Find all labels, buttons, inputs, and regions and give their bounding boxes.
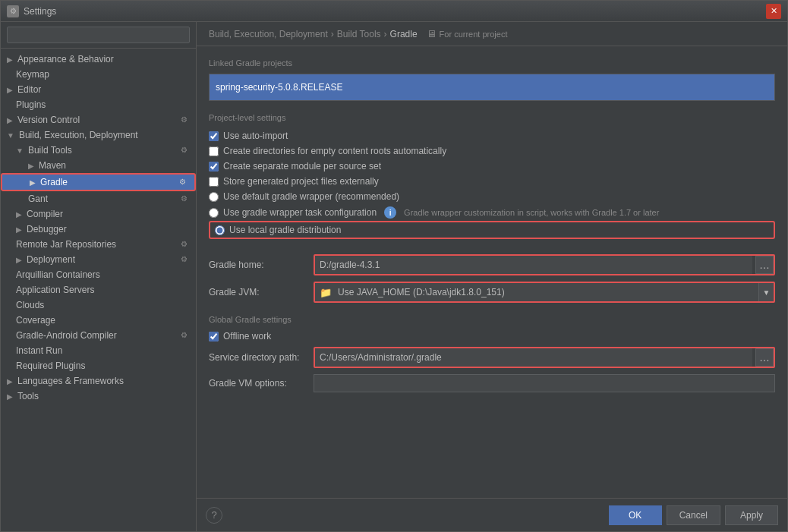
sidebar-item-maven[interactable]: ▶ Maven — [1, 158, 196, 173]
sidebar-item-clouds[interactable]: Clouds — [1, 297, 196, 313]
sidebar-item-instant-run[interactable]: Instant Run — [1, 343, 196, 358]
vm-options-label: Gradle VM options: — [209, 378, 307, 389]
breadcrumb: Build, Execution, Deployment › Build Too… — [197, 22, 787, 46]
settings-icon: ⚙ — [181, 255, 190, 264]
breadcrumb-sep2: › — [384, 29, 387, 39]
jvm-select-display[interactable]: 📁 Use JAVA_HOME (D:\Java\jdk1.8.0_151) — [315, 283, 758, 301]
local-gradle-label: Use local gradle distribution — [229, 225, 341, 235]
help-button[interactable]: ? — [206, 507, 222, 524]
wrapper-task-radio[interactable] — [209, 208, 219, 218]
sidebar-item-label: Gradle — [40, 177, 68, 187]
local-gradle-radio[interactable] — [215, 225, 225, 235]
expand-arrow: ▶ — [16, 256, 22, 264]
gradle-home-browse-button[interactable]: … — [755, 256, 774, 274]
settings-icon: ⚙ — [179, 178, 188, 187]
default-wrapper-radio[interactable] — [209, 192, 219, 202]
search-input[interactable] — [7, 27, 190, 43]
sidebar-item-required-plugins[interactable]: Required Plugins — [1, 358, 196, 373]
auto-import-row: Use auto-import — [209, 128, 775, 143]
create-dirs-row: Create directories for empty content roo… — [209, 143, 775, 159]
linked-project-item[interactable]: spring-security-5.0.8.RELEASE — [210, 74, 774, 100]
sidebar: ▶ Appearance & Behavior Keymap ▶ Editor … — [1, 22, 197, 531]
sidebar-item-gant[interactable]: Gant ⚙ — [1, 191, 196, 206]
gradle-home-input[interactable] — [315, 256, 752, 274]
apply-button[interactable]: Apply — [725, 505, 778, 525]
cancel-button[interactable]: Cancel — [667, 505, 720, 525]
wrapper-task-row: Use gradle wrapper task configuration i … — [209, 204, 775, 221]
vm-options-input[interactable] — [314, 374, 775, 392]
service-dir-input[interactable] — [315, 348, 752, 367]
expand-arrow: ▶ — [7, 55, 13, 64]
separate-module-row: Create separate module per source set — [209, 159, 775, 174]
action-buttons: OK Cancel Apply — [609, 505, 778, 525]
sidebar-item-gradle[interactable]: ▶ Gradle ⚙ — [1, 173, 196, 191]
sidebar-item-compiler[interactable]: ▶ Compiler — [1, 206, 196, 222]
title-bar: ⚙ Settings ✕ — [1, 1, 787, 22]
separate-module-checkbox[interactable] — [209, 162, 219, 172]
sidebar-item-app-servers[interactable]: Application Servers — [1, 282, 196, 297]
expand-arrow: ▶ — [7, 392, 13, 401]
settings-icon: ⚙ — [181, 331, 190, 340]
window-title: Settings — [24, 6, 766, 17]
service-dir-browse-button[interactable]: … — [755, 348, 774, 367]
expand-arrow: ▶ — [16, 210, 22, 219]
auto-import-checkbox[interactable] — [209, 131, 219, 141]
search-container — [1, 22, 196, 49]
sidebar-item-label: Languages & Frameworks — [17, 376, 124, 386]
sidebar-item-remote-jar[interactable]: Remote Jar Repositories ⚙ — [1, 237, 196, 252]
sidebar-item-version-control[interactable]: ▶ Version Control ⚙ — [1, 112, 196, 127]
sidebar-item-keymap[interactable]: Keymap — [1, 67, 196, 82]
gradle-home-label: Gradle home: — [209, 260, 307, 270]
main-panel: Build, Execution, Deployment › Build Too… — [197, 22, 787, 531]
vm-options-row: Gradle VM options: — [209, 371, 775, 395]
jvm-dropdown-arrow[interactable]: ▼ — [758, 283, 774, 301]
wrapper-task-label: Use gradle wrapper task configuration — [223, 207, 377, 218]
breadcrumb-suffix: For current project — [440, 30, 508, 39]
settings-icon: ⚙ — [181, 194, 190, 203]
sidebar-item-tools[interactable]: ▶ Tools — [1, 389, 196, 404]
ok-button[interactable]: OK — [609, 505, 662, 525]
breadcrumb-part1: Build, Execution, Deployment — [209, 29, 328, 39]
expand-arrow: ▼ — [16, 146, 24, 155]
store-generated-checkbox[interactable] — [209, 177, 219, 187]
jvm-value: Use JAVA_HOME (D:\Java\jdk1.8.0_151) — [338, 287, 505, 297]
global-settings-title: Global Gradle settings — [209, 315, 775, 324]
sidebar-item-label: Application Servers — [16, 285, 94, 295]
sidebar-item-label: Debugger — [27, 224, 67, 235]
expand-arrow: ▼ — [7, 131, 14, 140]
sidebar-item-label: Compiler — [27, 209, 63, 219]
settings-content: Linked Gradle projects spring-security-5… — [197, 46, 787, 498]
sidebar-item-gradle-android[interactable]: Gradle-Android Compiler ⚙ — [1, 328, 196, 343]
close-button[interactable]: ✕ — [766, 4, 781, 19]
project-settings-title: Project-level settings — [209, 113, 775, 122]
sidebar-item-build-tools[interactable]: ▼ Build Tools ⚙ — [1, 143, 196, 158]
settings-icon: ⚙ — [181, 240, 190, 249]
separate-module-label: Create separate module per source set — [223, 161, 381, 172]
project-marker-icon: 🖥 — [427, 28, 437, 39]
sidebar-item-deployment[interactable]: ▶ Deployment ⚙ — [1, 252, 196, 267]
service-dir-input-container: … — [314, 347, 775, 368]
sidebar-item-arquillian[interactable]: Arquillian Containers — [1, 267, 196, 282]
offline-work-label: Offline work — [223, 331, 271, 342]
vm-options-input-container — [314, 374, 775, 392]
sidebar-item-label: Plugins — [16, 99, 46, 110]
sidebar-item-debugger[interactable]: ▶ Debugger — [1, 222, 196, 237]
breadcrumb-part2: Build Tools — [337, 29, 381, 39]
wrapper-info-text: Gradle wrapper customization in script, … — [404, 208, 659, 217]
sidebar-item-label: Instant Run — [16, 345, 62, 356]
sidebar-item-build[interactable]: ▼ Build, Execution, Deployment — [1, 127, 196, 143]
sidebar-item-appearance[interactable]: ▶ Appearance & Behavior — [1, 52, 196, 67]
create-dirs-checkbox[interactable] — [209, 146, 219, 156]
main-content: ▶ Appearance & Behavior Keymap ▶ Editor … — [1, 22, 787, 531]
sidebar-item-label: Required Plugins — [16, 360, 85, 371]
default-wrapper-label: Use default gradle wrapper (recommended) — [223, 191, 399, 202]
sidebar-item-languages[interactable]: ▶ Languages & Frameworks — [1, 373, 196, 389]
offline-work-checkbox[interactable] — [209, 332, 219, 342]
expand-arrow: ▶ — [7, 377, 13, 386]
auto-import-label: Use auto-import — [223, 131, 288, 141]
sidebar-item-coverage[interactable]: Coverage — [1, 313, 196, 328]
sidebar-item-editor[interactable]: ▶ Editor — [1, 82, 196, 97]
sidebar-item-label: Editor — [17, 84, 41, 95]
sidebar-item-plugins[interactable]: Plugins — [1, 97, 196, 112]
gradle-jvm-row: Gradle JVM: 📁 Use JAVA_HOME (D:\Java\jdk… — [209, 279, 775, 306]
